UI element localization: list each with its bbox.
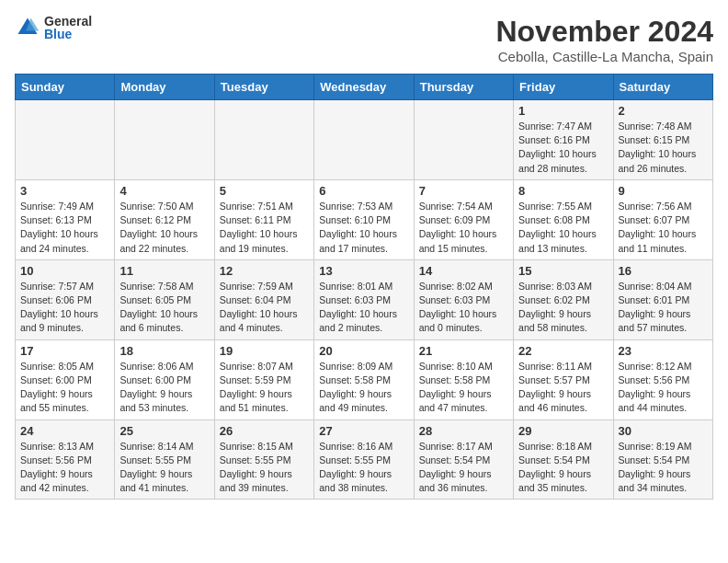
day-number: 14 [419,264,508,278]
calendar-week-5: 24Sunrise: 8:13 AM Sunset: 5:56 PM Dayli… [16,419,713,500]
day-info: Sunrise: 8:15 AM Sunset: 5:55 PM Dayligh… [220,440,309,496]
day-number: 2 [619,104,708,118]
logo-general: General [44,15,92,28]
day-info: Sunrise: 7:50 AM Sunset: 6:12 PM Dayligh… [119,200,209,256]
day-number: 29 [518,424,608,438]
day-info: Sunrise: 8:07 AM Sunset: 5:59 PM Dayligh… [220,360,309,416]
logo-icon [15,15,40,40]
day-info: Sunrise: 8:11 AM Sunset: 5:57 PM Dayligh… [518,360,608,416]
calendar-cell: 26Sunrise: 8:15 AM Sunset: 5:55 PM Dayli… [214,419,313,500]
calendar-cell: 19Sunrise: 8:07 AM Sunset: 5:59 PM Dayli… [214,339,313,419]
day-number: 7 [419,184,508,198]
day-info: Sunrise: 8:12 AM Sunset: 5:56 PM Dayligh… [619,360,708,416]
day-number: 23 [619,344,708,358]
calendar-cell: 18Sunrise: 8:06 AM Sunset: 6:00 PM Dayli… [115,339,214,419]
calendar-cell: 14Sunrise: 8:02 AM Sunset: 6:03 PM Dayli… [414,259,513,339]
calendar-cell: 7Sunrise: 7:54 AM Sunset: 6:09 PM Daylig… [414,179,513,259]
day-number: 17 [20,344,109,358]
day-info: Sunrise: 8:19 AM Sunset: 5:54 PM Dayligh… [619,440,708,496]
day-number: 27 [319,424,408,438]
day-number: 12 [220,264,309,278]
day-number: 19 [220,344,309,358]
month-title: November 2024 [495,15,713,49]
calendar-cell: 16Sunrise: 8:04 AM Sunset: 6:01 PM Dayli… [613,259,712,339]
day-info: Sunrise: 7:57 AM Sunset: 6:06 PM Dayligh… [20,280,109,336]
day-info: Sunrise: 7:54 AM Sunset: 6:09 PM Dayligh… [419,200,508,256]
day-number: 26 [220,424,309,438]
calendar-cell: 3Sunrise: 7:49 AM Sunset: 6:13 PM Daylig… [16,179,115,259]
day-number: 28 [419,424,508,438]
calendar-cell: 21Sunrise: 8:10 AM Sunset: 5:58 PM Dayli… [414,339,513,419]
calendar-cell: 4Sunrise: 7:50 AM Sunset: 6:12 PM Daylig… [115,179,214,259]
day-number: 9 [619,184,708,198]
day-number: 3 [20,184,109,198]
day-number: 8 [518,184,608,198]
calendar-cell [414,100,513,180]
day-info: Sunrise: 7:55 AM Sunset: 6:08 PM Dayligh… [518,200,608,256]
page-header: General Blue November 2024 Cebolla, Cast… [15,15,713,64]
weekday-header-saturday: Saturday [613,75,712,100]
calendar-week-3: 10Sunrise: 7:57 AM Sunset: 6:06 PM Dayli… [16,259,713,339]
day-info: Sunrise: 8:03 AM Sunset: 6:02 PM Dayligh… [518,280,608,336]
day-number: 5 [220,184,309,198]
day-info: Sunrise: 8:17 AM Sunset: 5:54 PM Dayligh… [419,440,508,496]
weekday-header-monday: Monday [115,75,214,100]
calendar-cell: 10Sunrise: 7:57 AM Sunset: 6:06 PM Dayli… [16,259,115,339]
calendar-cell: 12Sunrise: 7:59 AM Sunset: 6:04 PM Dayli… [214,259,313,339]
logo: General Blue [15,15,92,40]
calendar-cell: 9Sunrise: 7:56 AM Sunset: 6:07 PM Daylig… [613,179,712,259]
calendar-cell: 17Sunrise: 8:05 AM Sunset: 6:00 PM Dayli… [16,339,115,419]
calendar-cell [16,100,115,180]
day-info: Sunrise: 7:59 AM Sunset: 6:04 PM Dayligh… [220,280,309,336]
day-number: 11 [119,264,209,278]
day-info: Sunrise: 8:02 AM Sunset: 6:03 PM Dayligh… [419,280,508,336]
location: Cebolla, Castille-La Mancha, Spain [495,49,713,64]
day-number: 20 [319,344,408,358]
calendar-cell: 25Sunrise: 8:14 AM Sunset: 5:55 PM Dayli… [115,419,214,500]
logo-text: General Blue [44,15,92,40]
day-info: Sunrise: 8:01 AM Sunset: 6:03 PM Dayligh… [319,280,408,336]
weekday-header-friday: Friday [514,75,613,100]
calendar-cell [214,100,313,180]
day-info: Sunrise: 7:49 AM Sunset: 6:13 PM Dayligh… [20,200,109,256]
day-info: Sunrise: 7:56 AM Sunset: 6:07 PM Dayligh… [619,200,708,256]
calendar-cell [115,100,214,180]
day-info: Sunrise: 8:09 AM Sunset: 5:58 PM Dayligh… [319,360,408,416]
calendar-cell: 6Sunrise: 7:53 AM Sunset: 6:10 PM Daylig… [314,179,414,259]
calendar-body: 1Sunrise: 7:47 AM Sunset: 6:16 PM Daylig… [16,100,713,500]
calendar-week-2: 3Sunrise: 7:49 AM Sunset: 6:13 PM Daylig… [16,179,713,259]
calendar-week-1: 1Sunrise: 7:47 AM Sunset: 6:16 PM Daylig… [16,100,713,180]
day-number: 30 [619,424,708,438]
day-info: Sunrise: 8:16 AM Sunset: 5:55 PM Dayligh… [319,440,408,496]
calendar-cell: 29Sunrise: 8:18 AM Sunset: 5:54 PM Dayli… [514,419,613,500]
calendar-cell [314,100,414,180]
day-info: Sunrise: 8:05 AM Sunset: 6:00 PM Dayligh… [20,360,109,416]
day-info: Sunrise: 8:18 AM Sunset: 5:54 PM Dayligh… [518,440,608,496]
day-info: Sunrise: 7:48 AM Sunset: 6:15 PM Dayligh… [619,120,708,176]
day-info: Sunrise: 8:10 AM Sunset: 5:58 PM Dayligh… [419,360,508,416]
calendar-cell: 15Sunrise: 8:03 AM Sunset: 6:02 PM Dayli… [514,259,613,339]
calendar-cell: 5Sunrise: 7:51 AM Sunset: 6:11 PM Daylig… [214,179,313,259]
day-info: Sunrise: 7:51 AM Sunset: 6:11 PM Dayligh… [220,200,309,256]
calendar-cell: 27Sunrise: 8:16 AM Sunset: 5:55 PM Dayli… [314,419,414,500]
calendar-table: SundayMondayTuesdayWednesdayThursdayFrid… [15,74,713,500]
calendar-cell: 1Sunrise: 7:47 AM Sunset: 6:16 PM Daylig… [514,100,613,180]
day-number: 15 [518,264,608,278]
calendar-header: SundayMondayTuesdayWednesdayThursdayFrid… [16,75,713,100]
calendar-cell: 24Sunrise: 8:13 AM Sunset: 5:56 PM Dayli… [16,419,115,500]
day-number: 24 [20,424,109,438]
day-info: Sunrise: 8:04 AM Sunset: 6:01 PM Dayligh… [619,280,708,336]
day-info: Sunrise: 7:58 AM Sunset: 6:05 PM Dayligh… [119,280,209,336]
calendar-cell: 28Sunrise: 8:17 AM Sunset: 5:54 PM Dayli… [414,419,513,500]
day-number: 1 [518,104,608,118]
weekday-header-sunday: Sunday [16,75,115,100]
day-number: 21 [419,344,508,358]
title-section: November 2024 Cebolla, Castille-La Manch… [495,15,713,64]
weekday-header-tuesday: Tuesday [214,75,313,100]
calendar-cell: 23Sunrise: 8:12 AM Sunset: 5:56 PM Dayli… [613,339,712,419]
logo-blue: Blue [44,28,92,40]
calendar-cell: 2Sunrise: 7:48 AM Sunset: 6:15 PM Daylig… [613,100,712,180]
day-number: 6 [319,184,408,198]
day-number: 22 [518,344,608,358]
weekday-header-thursday: Thursday [414,75,513,100]
